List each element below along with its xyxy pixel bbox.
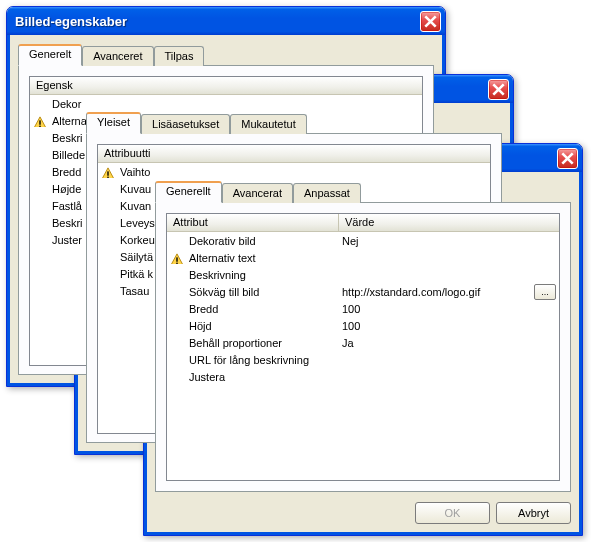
val-cell[interactable]: http://xstandard.com/logo.gif... — [339, 284, 559, 300]
close-icon — [492, 83, 505, 96]
table-row[interactable]: Vaihto — [98, 163, 490, 180]
table-row[interactable]: Beskrivning — [167, 266, 559, 283]
val-text: 100 — [342, 320, 360, 332]
tab-advanced[interactable]: Lisäasetukset — [141, 114, 230, 134]
tab-custom[interactable]: Anpassat — [293, 183, 361, 203]
svg-rect-1 — [39, 125, 40, 126]
tabstrip-swedish: Generellt Avancerat Anpassat — [155, 181, 571, 203]
svg-rect-5 — [176, 262, 177, 263]
warning-icon — [33, 116, 47, 127]
property-grid[interactable]: Attribut Värde Dekorativ bildNejAlternat… — [166, 213, 560, 481]
cancel-button[interactable]: Avbryt — [496, 502, 571, 524]
tab-general[interactable]: Generellt — [155, 181, 222, 203]
svg-rect-2 — [107, 171, 108, 175]
attr-cell: Bredd — [167, 303, 339, 315]
close-button[interactable] — [488, 79, 509, 100]
svg-rect-0 — [39, 120, 40, 124]
attr-cell: Sökväg till bild — [167, 286, 339, 298]
table-row[interactable]: Sökväg till bildhttp://xstandard.com/log… — [167, 283, 559, 300]
table-row[interactable]: URL för lång beskrivning — [167, 351, 559, 368]
col-header-val[interactable]: Värde — [339, 214, 559, 231]
attr-cell: Behåll proportioner — [167, 337, 339, 349]
attr-cell: Justera — [167, 371, 339, 383]
close-icon — [561, 152, 574, 165]
table-row[interactable]: Justera — [167, 368, 559, 385]
svg-rect-3 — [107, 176, 108, 177]
table-row[interactable]: Höjd100 — [167, 317, 559, 334]
titlebar-danish[interactable]: Billed-egenskaber — [7, 7, 445, 35]
val-cell[interactable]: 100 — [339, 320, 559, 332]
val-cell[interactable]: Ja — [339, 337, 559, 349]
attr-cell: Dekor — [30, 98, 202, 110]
svg-rect-4 — [176, 257, 177, 261]
attr-cell: Alternativ text — [167, 252, 339, 264]
table-row[interactable]: Dekor — [30, 95, 422, 112]
table-row[interactable]: Dekorativ bildNej — [167, 232, 559, 249]
val-text: 100 — [342, 303, 360, 315]
attr-cell: Höjd — [167, 320, 339, 332]
ok-button[interactable]: OK — [415, 502, 490, 524]
tabstrip-finnish: Yleiset Lisäasetukset Mukautetut — [86, 112, 502, 134]
tab-advanced[interactable]: Avanceret — [82, 46, 153, 66]
close-icon — [424, 15, 437, 28]
tab-custom[interactable]: Tilpas — [154, 46, 205, 66]
tab-advanced[interactable]: Avancerat — [222, 183, 293, 203]
val-cell[interactable]: Nej — [339, 235, 559, 247]
val-text: Nej — [342, 235, 359, 247]
tabstrip-danish: Generelt Avanceret Tilpas — [18, 44, 434, 66]
tab-general[interactable]: Yleiset — [86, 112, 141, 134]
warning-icon — [101, 167, 115, 178]
attr-cell: Beskrivning — [167, 269, 339, 281]
close-button[interactable] — [420, 11, 441, 32]
col-header-attr: Egensk — [30, 77, 422, 94]
warning-icon — [170, 253, 184, 264]
col-header-attr[interactable]: Attribut — [167, 214, 339, 231]
table-row[interactable]: Alternativ text — [167, 249, 559, 266]
val-text: http://xstandard.com/logo.gif — [342, 286, 480, 298]
col-header-attr: Attribuutti — [98, 145, 490, 162]
tab-general[interactable]: Generelt — [18, 44, 82, 66]
browse-button[interactable]: ... — [534, 284, 556, 300]
attr-cell: Dekorativ bild — [167, 235, 339, 247]
val-text: Ja — [342, 337, 354, 349]
close-button[interactable] — [557, 148, 578, 169]
attr-cell: URL för lång beskrivning — [167, 354, 339, 366]
table-row[interactable]: Bredd100 — [167, 300, 559, 317]
attr-cell: Vaihto — [98, 166, 270, 178]
val-cell[interactable]: 100 — [339, 303, 559, 315]
dialog-swedish: Egenskaper för bild Generellt Avancerat … — [143, 143, 583, 536]
table-row[interactable]: Behåll proportionerJa — [167, 334, 559, 351]
title-danish: Billed-egenskaber — [15, 14, 420, 29]
tab-custom[interactable]: Mukautetut — [230, 114, 306, 134]
